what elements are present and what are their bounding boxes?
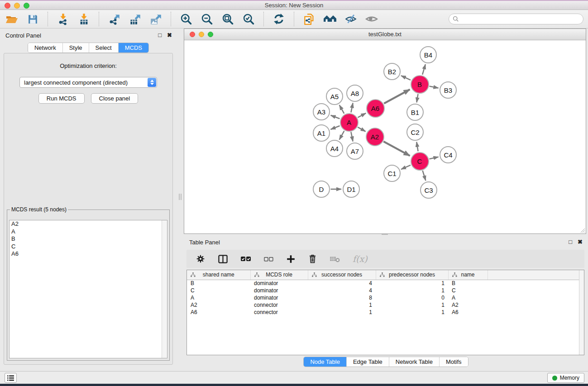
graph-node-B[interactable]: B	[411, 75, 429, 94]
table-cell[interactable]: A2	[448, 301, 488, 309]
table-cell[interactable]: connector	[250, 301, 308, 309]
graph-node-C4[interactable]: C4	[440, 146, 457, 163]
graph-node-B1[interactable]: B1	[406, 104, 424, 121]
table-cell[interactable]: 1	[376, 301, 448, 309]
graph-node-A3[interactable]: A3	[313, 103, 330, 120]
deselect-all-columns-icon[interactable]	[263, 256, 274, 262]
graph-node-A4[interactable]: A4	[326, 140, 343, 157]
graph-node-A5[interactable]: A5	[326, 88, 343, 105]
tab-edge-table[interactable]: Edge Table	[347, 357, 389, 367]
vertical-splitter-handle[interactable]	[179, 194, 182, 200]
table-cell[interactable]: B	[187, 280, 250, 287]
column-header-predecessor-nodes[interactable]: predecessor nodes	[376, 270, 448, 280]
graph-node-A[interactable]: A	[340, 113, 359, 132]
close-panel-button[interactable]: Close panel	[91, 93, 139, 104]
table-cell[interactable]: 1	[308, 309, 376, 316]
table-row[interactable]: A6connector11A6	[187, 309, 584, 316]
graph-node-C[interactable]: C	[411, 152, 429, 171]
table-cell[interactable]: A6	[448, 309, 488, 316]
export-network-icon[interactable]	[107, 12, 121, 26]
delete-column-trash-icon[interactable]	[308, 254, 317, 264]
table-cell[interactable]: dominator	[250, 294, 308, 301]
result-item[interactable]: A6	[10, 250, 167, 258]
table-cell[interactable]: A6	[187, 309, 250, 316]
table-scrollbar[interactable]	[579, 270, 584, 355]
split-table-icon[interactable]	[218, 254, 228, 264]
result-item[interactable]: C	[10, 243, 167, 251]
tab-style[interactable]: Style	[63, 43, 89, 52]
open-file-icon[interactable]	[5, 12, 19, 26]
table-cell[interactable]: connector	[250, 309, 308, 316]
hide-details-eye-icon[interactable]	[344, 12, 358, 26]
table-cell[interactable]: 1	[376, 280, 448, 287]
table-cell[interactable]: dominator	[250, 287, 308, 294]
apply-layout-icon[interactable]	[272, 12, 286, 26]
result-scrollbar[interactable]	[162, 220, 167, 358]
run-mcds-button[interactable]: Run MCDS	[38, 93, 85, 104]
graph-node-B4[interactable]: B4	[420, 46, 437, 63]
table-cell[interactable]: 4	[308, 280, 376, 287]
import-table-icon[interactable]	[76, 12, 91, 26]
table-row[interactable]: Bdominator41B	[187, 280, 584, 287]
graph-node-B2[interactable]: B2	[383, 63, 401, 80]
tab-network[interactable]: Network	[28, 43, 63, 52]
table-cell[interactable]: 4	[308, 287, 376, 294]
search-input[interactable]	[462, 16, 579, 23]
graph-node-A7[interactable]: A7	[346, 143, 363, 160]
tab-mcds[interactable]: MCDS	[119, 43, 148, 52]
table-cell[interactable]: 1	[376, 287, 448, 294]
table-cell[interactable]: 8	[308, 294, 376, 301]
column-header-shared-name[interactable]: shared name	[187, 270, 250, 280]
add-column-icon[interactable]	[286, 254, 296, 264]
network-canvas[interactable]: B4B2BB3A5A8A6A3AB1A1A2C2A4A7C4CC1DD1C3	[184, 40, 586, 234]
graph-node-C3[interactable]: C3	[420, 181, 437, 199]
criterion-dropdown[interactable]: largest connected component (directed)	[19, 77, 157, 88]
table-row[interactable]: A2connector11A2	[187, 301, 584, 309]
zoom-out-icon[interactable]	[200, 12, 214, 26]
graph-node-D[interactable]: D	[313, 181, 330, 198]
result-item[interactable]: A2	[10, 220, 167, 228]
table-row[interactable]: Adominator80A	[187, 294, 584, 301]
graph-node-A2[interactable]: A2	[366, 128, 384, 146]
table-cell[interactable]: A2	[187, 301, 250, 309]
table-cell[interactable]: dominator	[250, 280, 308, 287]
column-header-name[interactable]: name	[448, 270, 488, 280]
graph-node-A6[interactable]: A6	[366, 99, 385, 118]
float-table-panel-icon[interactable]: □	[569, 238, 572, 245]
tab-motifs[interactable]: Motifs	[440, 357, 468, 367]
houses-icon[interactable]	[323, 12, 337, 26]
result-item[interactable]: A	[10, 228, 167, 236]
column-header-MCDS-role[interactable]: MCDS role	[250, 270, 308, 280]
graph-node-A1[interactable]: A1	[313, 124, 330, 142]
column-header-successor-nodes[interactable]: successor nodes	[308, 270, 376, 280]
zoom-selected-icon[interactable]	[241, 12, 256, 26]
table-cell[interactable]: 1	[308, 301, 376, 309]
zoom-in-icon[interactable]	[179, 12, 193, 26]
float-panel-icon[interactable]: □	[158, 32, 162, 38]
table-row[interactable]: Cdominator41C	[187, 287, 584, 294]
tab-node-table[interactable]: Node Table	[304, 357, 347, 367]
window-resize-grip[interactable]	[579, 227, 585, 233]
table-cell[interactable]: 0	[376, 294, 448, 301]
table-cell[interactable]: B	[448, 280, 488, 287]
show-details-eye-icon[interactable]	[364, 12, 379, 26]
result-item[interactable]: B	[10, 235, 167, 243]
export-image-icon[interactable]	[148, 12, 163, 26]
table-cell[interactable]: C	[187, 287, 250, 294]
import-network-icon[interactable]	[56, 12, 70, 26]
graph-node-B3[interactable]: B3	[440, 81, 457, 99]
mcds-result-list[interactable]: A2ABCA6	[9, 220, 167, 358]
table-cell[interactable]: A	[448, 294, 488, 301]
graph-node-D1[interactable]: D1	[343, 181, 360, 198]
clone-network-icon[interactable]	[302, 12, 316, 26]
memory-button[interactable]: Memory	[547, 373, 584, 383]
graph-node-C1[interactable]: C1	[383, 165, 401, 182]
close-panel-icon[interactable]: ✖	[167, 32, 172, 38]
table-cell[interactable]: A	[187, 294, 250, 301]
show-task-history-button[interactable]	[5, 373, 17, 383]
tab-network-table[interactable]: Network Table	[389, 357, 440, 367]
zoom-fit-icon[interactable]	[220, 12, 235, 26]
export-table-icon[interactable]	[128, 12, 142, 26]
graph-node-A8[interactable]: A8	[346, 85, 363, 102]
select-all-columns-icon[interactable]	[240, 255, 251, 262]
